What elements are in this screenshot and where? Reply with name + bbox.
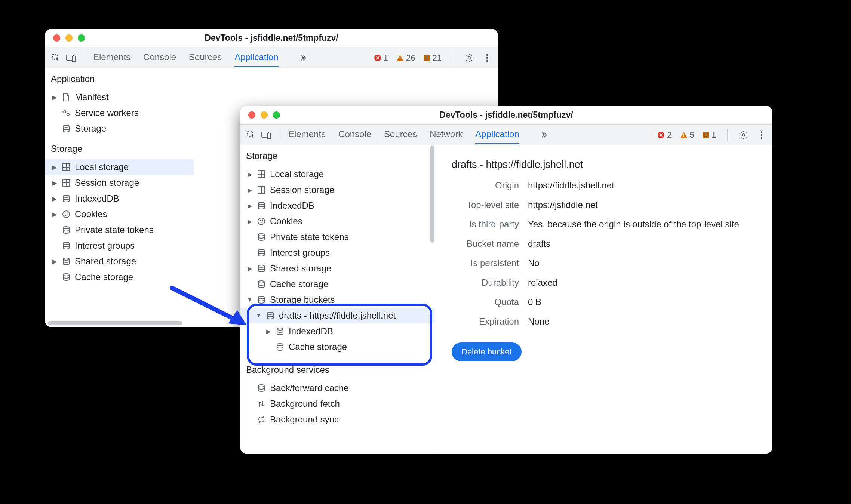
- sidebar-item-cache-storage[interactable]: Cache storage: [240, 339, 434, 355]
- more-options-icon[interactable]: [480, 51, 494, 65]
- device-toolbar-icon[interactable]: [64, 50, 79, 65]
- sidebar-item-manifest[interactable]: ▶ Manifest: [45, 89, 194, 105]
- application-sidebar: Storage ▶Local storage▶Session storage▶I…: [240, 145, 434, 454]
- settings-icon[interactable]: [462, 51, 476, 65]
- sidebar-item-indexeddb[interactable]: ▶IndexedDB: [240, 198, 434, 213]
- issue-count[interactable]: 1: [700, 130, 718, 140]
- sidebar-item-interest-groups[interactable]: Interest groups: [45, 238, 194, 253]
- tab-sources[interactable]: Sources: [189, 48, 222, 67]
- device-toolbar-icon[interactable]: [259, 127, 274, 142]
- detail-value: relaxed: [528, 277, 557, 288]
- sidebar-item-back-forward-cache[interactable]: Back/forward cache: [240, 380, 434, 396]
- sidebar-item-indexeddb[interactable]: ▶IndexedDB: [45, 191, 194, 206]
- sidebar-item-session-storage[interactable]: ▶Session storage: [240, 182, 434, 198]
- tabs-overflow-icon[interactable]: [540, 131, 549, 139]
- tab-sources[interactable]: Sources: [384, 125, 417, 144]
- sidebar-item-cache-storage[interactable]: Cache storage: [240, 276, 434, 292]
- error-icon: [657, 131, 665, 139]
- sidebar-item-shared-storage[interactable]: ▶Shared storage: [240, 261, 434, 276]
- delete-bucket-button[interactable]: Delete bucket: [452, 342, 522, 361]
- gears-icon: [61, 108, 71, 118]
- sidebar-item-label: Storage buckets: [270, 295, 335, 305]
- more-options-icon[interactable]: [755, 128, 769, 142]
- grid-icon: [61, 178, 71, 188]
- sidebar-item-cache-storage[interactable]: Cache storage: [45, 269, 194, 285]
- expand-arrow-icon: ▶: [52, 211, 58, 218]
- sidebar-item-session-storage[interactable]: ▶Session storage: [45, 175, 194, 191]
- issue-count-value: 1: [712, 130, 716, 140]
- sidebar-item-label: Service workers: [75, 108, 139, 118]
- svg-rect-8: [427, 59, 427, 60]
- svg-rect-2: [72, 56, 76, 62]
- separator: [279, 129, 279, 141]
- sidebar-item-background-fetch[interactable]: Background fetch: [240, 396, 434, 412]
- expand-arrow-icon: ▶: [247, 202, 253, 209]
- tabs-overflow-icon[interactable]: [299, 54, 308, 62]
- sidebar-item-local-storage[interactable]: ▶Local storage: [45, 159, 194, 175]
- tab-application[interactable]: Application: [475, 125, 519, 144]
- sidebar-item-service-workers[interactable]: Service workers: [45, 105, 194, 121]
- sidebar-item-background-sync[interactable]: Background sync: [240, 412, 434, 427]
- tab-elements[interactable]: Elements: [93, 48, 130, 67]
- svg-point-43: [761, 134, 763, 136]
- issue-count[interactable]: 21: [421, 53, 444, 63]
- section-storage-header: Storage: [240, 145, 434, 165]
- sidebar-item-drafts-https-fiddle-jshell-net[interactable]: ▼drafts - https://fiddle.jshell.net: [240, 308, 434, 323]
- svg-rect-4: [400, 57, 400, 59]
- sidebar-item-indexeddb[interactable]: ▶IndexedDB: [240, 323, 434, 339]
- sidebar-item-cookies[interactable]: ▶Cookies: [45, 206, 194, 222]
- vertical-scrollbar[interactable]: [430, 145, 434, 243]
- sidebar-item-label: IndexedDB: [75, 193, 119, 204]
- sidebar-item-storage[interactable]: Storage: [45, 121, 194, 136]
- zoom-window-button[interactable]: [78, 34, 85, 42]
- tab-console[interactable]: Console: [143, 48, 176, 67]
- detail-row-top-level-site: Top-level sitehttps://jsfiddle.net: [452, 200, 758, 210]
- sidebar-item-cookies[interactable]: ▶Cookies: [240, 213, 434, 229]
- minimize-window-button[interactable]: [65, 34, 73, 42]
- tab-console[interactable]: Console: [338, 125, 371, 144]
- svg-point-12: [486, 60, 488, 62]
- settings-icon[interactable]: [737, 128, 751, 142]
- inspect-element-icon[interactable]: [49, 50, 64, 65]
- detail-value: None: [528, 316, 549, 327]
- application-sidebar: Application ▶ Manifest Service workers S…: [45, 68, 194, 327]
- error-count[interactable]: 2: [655, 130, 674, 140]
- svg-point-44: [761, 137, 763, 139]
- svg-point-60: [258, 281, 264, 283]
- close-window-button[interactable]: [248, 111, 255, 119]
- sidebar-item-label: Cache storage: [289, 342, 347, 352]
- db-icon: [61, 124, 71, 133]
- tab-elements[interactable]: Elements: [288, 125, 326, 144]
- sidebar-item-local-storage[interactable]: ▶Local storage: [240, 166, 434, 182]
- traffic-lights: [240, 111, 280, 119]
- svg-point-64: [277, 344, 283, 346]
- section-storage-header: Storage: [45, 138, 194, 158]
- detail-key: Expiration: [452, 316, 519, 327]
- svg-point-26: [65, 215, 67, 216]
- svg-point-42: [761, 131, 763, 133]
- warning-count[interactable]: 26: [394, 53, 417, 63]
- svg-rect-5: [400, 59, 400, 60]
- sidebar-item-interest-groups[interactable]: Interest groups: [240, 245, 434, 261]
- sidebar-item-shared-storage[interactable]: ▶Shared storage: [45, 253, 194, 269]
- sidebar-item-private-state-tokens[interactable]: Private state tokens: [240, 229, 434, 245]
- detail-key: Origin: [452, 180, 519, 191]
- svg-rect-37: [683, 136, 684, 137]
- tab-application[interactable]: Application: [234, 48, 278, 67]
- inspect-element-icon[interactable]: [244, 127, 259, 142]
- sidebar-item-label: Cache storage: [75, 272, 133, 282]
- svg-point-53: [260, 220, 261, 221]
- close-window-button[interactable]: [53, 34, 60, 42]
- sidebar-item-private-state-tokens[interactable]: Private state tokens: [45, 222, 194, 238]
- tab-network[interactable]: Network: [430, 125, 463, 144]
- svg-point-25: [67, 213, 68, 214]
- separator: [84, 52, 84, 64]
- warning-count[interactable]: 5: [678, 130, 697, 140]
- zoom-window-button[interactable]: [273, 111, 280, 119]
- sidebar-item-label: Manifest: [75, 92, 109, 102]
- minimize-window-button[interactable]: [261, 111, 268, 119]
- horizontal-scrollbar[interactable]: [48, 321, 182, 325]
- error-count[interactable]: 1: [372, 53, 390, 63]
- sidebar-item-storage-buckets[interactable]: ▼Storage buckets: [240, 292, 434, 308]
- sidebar-item-label: Back/forward cache: [270, 383, 349, 393]
